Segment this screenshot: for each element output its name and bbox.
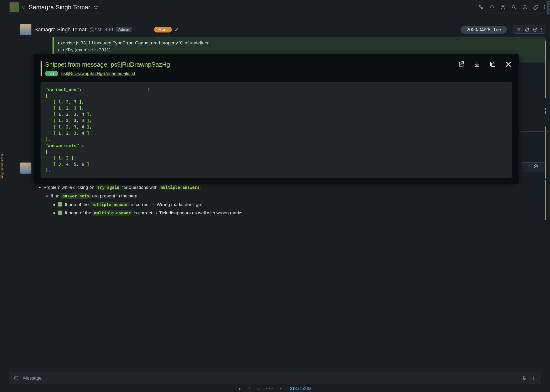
format-strike[interactable]: S: [257, 387, 259, 391]
text: is correct → Tick disappears as well wit…: [132, 210, 244, 215]
code-answer-sets: answer sets: [61, 193, 91, 199]
search-icon[interactable]: [511, 5, 517, 10]
snippet-subheader: hljs ps9jRuDrawnpSazHg-UnnamedFile.txt: [45, 71, 170, 76]
code-multiple-asnwer-1: multiple asnwer: [90, 202, 130, 207]
emoji-add-icon-2[interactable]: [525, 164, 530, 169]
marker-stripe: [545, 41, 546, 98]
quote-icon[interactable]: [517, 27, 521, 32]
marker-stripe: [545, 126, 546, 179]
copy-icon[interactable]: [489, 61, 496, 68]
message-input[interactable]: [23, 376, 517, 381]
message-meta: Samagra Singh Tomar @sst1999 Admin More …: [34, 24, 545, 35]
close-icon[interactable]: [505, 61, 512, 68]
text: .: [201, 185, 204, 190]
status-indicator: [22, 6, 25, 9]
checkbox-icon[interactable]: [58, 202, 62, 207]
scrollbar-thumb[interactable]: [547, 0, 550, 15]
text-cursor-icon: [147, 87, 151, 92]
person-icon[interactable]: [522, 5, 528, 10]
bullet-l3: If one of the multiple asnwer is correct…: [58, 201, 543, 209]
marker-stripe: [545, 111, 546, 114]
message-header: Samagra Singh Tomar @sst1999 Admin More …: [10, 24, 545, 35]
bullet-l2: If no answer sets are present in the ste…: [51, 192, 543, 217]
easy-scroll-label: Easy Scroll Area: [0, 154, 4, 180]
plus-icon[interactable]: [531, 376, 536, 381]
user-avatar[interactable]: [20, 24, 32, 35]
svg-rect-8: [523, 376, 525, 379]
text: If no: [51, 193, 61, 198]
microphone-icon[interactable]: [522, 376, 527, 381]
svg-point-2: [524, 6, 526, 7]
topbar-left: Samagra Singh Tomar: [10, 2, 98, 12]
bullet-l1: Problem while clicking on Try again for …: [43, 183, 543, 217]
code-multiple-asnwer-2: multiple asnwer: [92, 210, 132, 216]
user-avatar-2[interactable]: [20, 162, 32, 174]
format-italic[interactable]: i: [249, 387, 250, 391]
snippet-modal: Snippet from message: ps9jRuDrawnpSazHg …: [33, 54, 519, 184]
thread-icon[interactable]: [500, 5, 506, 10]
message-2-actions: [522, 162, 545, 170]
chat-area: Easy Scroll Area Samagra Singh Tomar @ss…: [0, 17, 550, 369]
marker-stripe: [545, 180, 546, 220]
code-try-again: Try again: [96, 185, 121, 190]
error-line-2: at reTry (exercise.js:3311): [58, 47, 541, 54]
message-composer[interactable]: [9, 372, 541, 384]
text: is correct → Wrong marks don't go.: [130, 202, 202, 207]
chat-title[interactable]: Samagra Singh Tomar: [29, 4, 90, 11]
svg-point-1: [512, 6, 515, 8]
error-line-1: exercise.js:3311 Uncaught TypeError: Can…: [58, 40, 541, 47]
emoji-add-icon[interactable]: [525, 27, 529, 32]
snippet-filename-link[interactable]: ps9jRuDrawnpSazHg-UnnamedFile.txt: [61, 71, 135, 76]
svg-point-7: [14, 376, 18, 380]
reply-thread-icon[interactable]: [533, 27, 538, 32]
kebab-menu[interactable]: [544, 5, 545, 9]
message-kebab[interactable]: [541, 28, 542, 32]
emoji-icon[interactable]: [14, 376, 19, 381]
admin-badge: Admin: [116, 27, 132, 32]
reply-thread-icon-2[interactable]: [534, 164, 538, 169]
pencil-icon[interactable]: [175, 28, 179, 32]
snippet-title: Snippet from message: ps9jRuDrawnpSazHg: [45, 61, 170, 68]
format-code[interactable]: </>: [266, 386, 273, 391]
topbar-actions: [478, 5, 545, 10]
snippet-actions: [458, 61, 512, 68]
format-bold[interactable]: B: [239, 387, 242, 391]
svg-rect-5: [492, 63, 495, 66]
download-icon[interactable]: [473, 61, 480, 68]
phone-icon[interactable]: [478, 5, 484, 10]
svg-point-3: [525, 28, 529, 31]
snippet-title-wrap: Snippet from message: ps9jRuDrawnpSazHg …: [41, 61, 170, 76]
format-newline[interactable]: ↵: [280, 386, 283, 391]
text: Problem while clicking on: [43, 185, 96, 190]
marker-stripe: [545, 108, 546, 110]
text: If none of the: [63, 210, 92, 215]
text: for questions with: [121, 185, 159, 190]
snippet-header: Snippet from message: ps9jRuDrawnpSazHg …: [41, 61, 512, 76]
bullet-l4: If none of the multiple asnwer is correc…: [58, 209, 543, 217]
author-name[interactable]: Samagra Singh Tomar: [34, 27, 87, 33]
text: are present in the step,: [91, 193, 139, 198]
code-block[interactable]: "correct_ans": [ [ 1, 2, 3 ], [ 1, 2, 3 …: [41, 82, 512, 178]
checkbox-icon[interactable]: [58, 210, 62, 215]
message-2-body: Problem while clicking on Try again for …: [38, 183, 543, 217]
message-actions: [513, 26, 545, 34]
channel-avatar[interactable]: [10, 2, 19, 12]
author-handle[interactable]: @sst1999: [90, 27, 113, 33]
hljs-pill[interactable]: hljs: [45, 71, 58, 76]
bell-icon[interactable]: [489, 5, 495, 10]
attachment-icon[interactable]: [533, 5, 539, 10]
external-link-icon[interactable]: [458, 61, 465, 68]
star-icon[interactable]: [94, 5, 98, 10]
more-pill[interactable]: More: [154, 27, 172, 33]
format-katex[interactable]: $$KaTeX$$: [290, 386, 311, 391]
date-pill: 2020/04/28, Tue: [461, 26, 507, 34]
topbar: Samagra Singh Tomar: [0, 0, 550, 15]
format-toolbar: B i S </> ↵ $$KaTeX$$: [0, 386, 550, 391]
code-multiple-answers: multiple answers: [159, 185, 201, 190]
text: If one of the: [63, 202, 90, 207]
